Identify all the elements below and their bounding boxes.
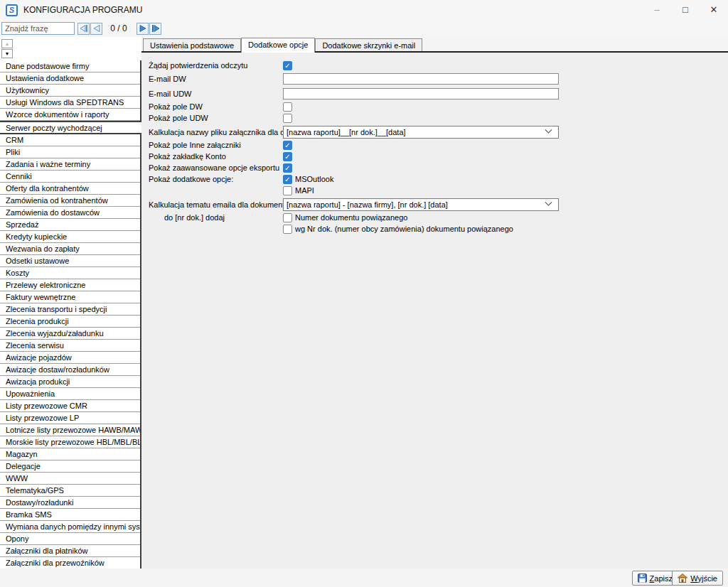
save-button[interactable]: Zapisz (632, 571, 678, 586)
window-controls: – □ ✕ (643, 0, 728, 20)
search-last-button[interactable] (149, 23, 161, 35)
sidebar-item-wzorce-dokumentów-i-raporty[interactable]: Wzorce dokumentów i raporty (0, 109, 140, 121)
checkbox-msoutlook[interactable]: ✓ (283, 175, 292, 184)
tab-dodatkowe-skrzynki-e-mail[interactable]: Dodatkowe skrzynki e-mail (315, 38, 422, 53)
sidebar-item-użytkownicy[interactable]: Użytkownicy (0, 85, 140, 97)
sidebar-item-dane-podstawowe-firmy[interactable]: Dane podstawowe firmy (0, 60, 140, 72)
sidebar-item-awizacje-pojazdów[interactable]: Awizacje pojazdów (0, 352, 140, 364)
close-button[interactable]: ✕ (700, 0, 728, 20)
checkbox-pokaz-zaawansowane-opcje-eksportu[interactable]: ✓ (283, 163, 292, 173)
search-input[interactable] (1, 22, 75, 35)
kalkulacja-tematu-emaila-selected-value: [nazwa raportu] - [nazwa firmy], [nr dok… (284, 200, 546, 209)
sidebar-item-upoważnienia[interactable]: Upoważnienia (0, 388, 140, 400)
tab-dodatkowe-opcje[interactable]: Dodatkowe opcje (241, 38, 315, 53)
sidebar-item-koszty[interactable]: Koszty (0, 267, 140, 279)
home-icon (678, 573, 687, 583)
sidebar-item-awizacja-produkcji[interactable]: Awizacja produkcji (0, 376, 140, 388)
main-panel: Ustawienia podstawoweDodatkowe opcjeDoda… (141, 37, 728, 569)
checkbox-numer-dokumentu-powiazanego[interactable] (283, 213, 292, 222)
sidebar-item-serwer-poczty-wychodzącej[interactable]: Serwer poczty wychodzącej (0, 121, 141, 134)
field-label-numer-dokumentu-powiazanego: do [nr dok.] dodaj (149, 213, 283, 222)
sidebar-item-telematyka-gps[interactable]: Telematyka/GPS (0, 485, 140, 497)
form-row-email-udw: E-mail UDW (149, 86, 728, 101)
field-label-email-udw: E-mail UDW (149, 90, 283, 98)
checkbox-pokaz-pole-inne-zalaczniki[interactable]: ✓ (283, 141, 292, 150)
exit-label: W (690, 574, 697, 583)
sidebar-item-usługi-windows-dla-spedtrans[interactable]: Usługi Windows dla SPEDTRANS (0, 97, 140, 109)
next-arrow-icon (139, 25, 146, 32)
sidebar-item-www[interactable]: WWW (0, 473, 140, 485)
field-label-pokaz-pole-udw: Pokaż pole UDW (149, 114, 283, 122)
sidebar-item-ustawienia-dodatkowe[interactable]: Ustawienia dodatkowe (0, 72, 140, 85)
sidebar-item-kredyty-kupieckie[interactable]: Kredyty kupieckie (0, 231, 140, 243)
sidebar-item-bramka-sms[interactable]: Bramka SMS (0, 509, 140, 521)
sidebar-item-dostawy-rozładunki[interactable]: Dostawy/rozładunki (0, 497, 140, 509)
chevron-down-icon (545, 199, 552, 206)
scroll-down-button[interactable]: ▼ (1, 49, 13, 58)
sidebar-item-cenniki[interactable]: Cenniki (0, 171, 140, 183)
sidebar-item-sprzedaż[interactable]: Sprzedaż (0, 219, 140, 231)
sidebar-item-załączniki-dla-płatników[interactable]: Załączniki dla płatników (0, 545, 140, 557)
config-sections-sidebar: ▲ ▼ Dane podstawowe firmyUstawienia doda… (0, 37, 141, 569)
checkbox-option-label-numer-dokumentu-powiazanego: Numer dokumentu powiązanego (295, 213, 407, 222)
field-label-zadaj-potwierdzenia-odczytu: Żądaj potwierdzenia odczytu (149, 61, 283, 70)
scroll-up-button[interactable]: ▲ (1, 39, 13, 48)
checkbox-pokaz-pole-dw[interactable] (283, 102, 292, 112)
sidebar-item-awizacje-dostaw-rozładunków[interactable]: Awizacje dostaw/rozładunków (0, 364, 140, 376)
field-label-kalkulacja-tematu-emaila: Kalkulacja tematu emaila dla dokumentów (149, 200, 283, 209)
search-toolbar: 0 / 0 (0, 20, 728, 37)
sidebar-item-załączniki-dla-przewoźników[interactable]: Załączniki dla przewoźników (0, 557, 140, 569)
form-row-pokaz-pole-inne-zalaczniki: Pokaż pole Inne załączniki✓ (149, 139, 728, 151)
sidebar-item-pliki[interactable]: Pliki (0, 146, 140, 158)
checkbox-zadaj-potwierdzenia-odczytu[interactable]: ✓ (283, 61, 292, 70)
sidebar-item-lotnicze-listy-przewozowe-hawb-mawb[interactable]: Lotnicze listy przewozowe HAWB/MAWB (0, 424, 140, 436)
sidebar-item-zlecenia-produkcji[interactable]: Zlecenia produkcji (0, 316, 140, 328)
field-label-pokaz-pole-inne-zalaczniki: Pokaż pole Inne załączniki (149, 141, 283, 149)
form-row-mapi: MAPI (149, 185, 728, 196)
sidebar-item-crm[interactable]: CRM (0, 134, 140, 146)
titlebar: S KONFIGURACJA PROGRAMU – □ ✕ (0, 0, 728, 20)
kalkulacja-tematu-emaila-select[interactable]: [nazwa raportu] - [nazwa firmy], [nr dok… (283, 198, 559, 211)
sidebar-item-zamówienia-do-dostawców[interactable]: Zamówienia do dostawców (0, 207, 140, 219)
kalkulacja-nazwy-pliku-zalacznika-select[interactable]: [nazwa raportu]__[nr dok.]__[data] (283, 126, 559, 139)
exit-button[interactable]: Wyjście (672, 571, 723, 586)
sidebar-item-wymiana-danych-pomiędzy-innymi-systemami[interactable]: Wymiana danych pomiędzy innymi systemami (0, 521, 140, 533)
checkbox-option-label-msoutlook: MSOutlook (295, 175, 333, 183)
form-row-zadaj-potwierdzenia-odczytu: Żądaj potwierdzenia odczytu✓ (149, 60, 728, 71)
sidebar-item-odsetki-ustawowe[interactable]: Odsetki ustawowe (0, 255, 140, 267)
minimize-button[interactable]: – (643, 0, 671, 20)
sidebar-item-zlecenia-serwisu[interactable]: Zlecenia serwisu (0, 340, 140, 352)
sidebar-item-oferty-dla-kontrahentów[interactable]: Oferty dla kontrahentów (0, 183, 140, 195)
sidebar-item-zadania-i-ważne-terminy[interactable]: Zadania i ważne terminy (0, 158, 140, 171)
checkbox-pokaz-zakladke-konto[interactable]: ✓ (283, 152, 292, 161)
konfiguracja-programu-window: S KONFIGURACJA PROGRAMU – □ ✕ 0 / 0 (0, 0, 728, 587)
email-udw-input[interactable] (283, 88, 559, 99)
sidebar-item-opony[interactable]: Opony (0, 533, 140, 545)
sidebar-item-listy-przewozowe-lp[interactable]: Listy przewozowe LP (0, 412, 140, 424)
maximize-button[interactable]: □ (671, 0, 700, 20)
sidebar-item-delegacje[interactable]: Delegacje (0, 461, 140, 473)
checkbox-wg-nr-dok-dokumentu-powiazanego[interactable] (283, 225, 292, 234)
search-next-button[interactable] (136, 23, 149, 35)
form-row-kalkulacja-nazwy-pliku-zalacznika: Kalkulacja nazwy pliku załącznika dla do… (149, 125, 728, 139)
sidebar-item-listy-przewozowe-cmr[interactable]: Listy przewozowe CMR (0, 400, 140, 412)
sidebar-item-faktury-wewnętrzne[interactable]: Faktury wewnętrzne (0, 291, 140, 303)
chevron-down-icon (545, 126, 552, 134)
search-first-button[interactable] (77, 23, 90, 35)
sidebar-item-wezwania-do-zapłaty[interactable]: Wezwania do zapłaty (0, 243, 140, 255)
search-match-counter: 0 / 0 (102, 23, 135, 33)
sidebar-item-magazyn[interactable]: Magazyn (0, 448, 140, 461)
tab-ustawienia-podstawowe[interactable]: Ustawienia podstawowe (143, 38, 241, 53)
kalkulacja-nazwy-pliku-zalacznika-selected-value: [nazwa raportu]__[nr dok.]__[data] (284, 128, 546, 136)
checkbox-pokaz-pole-udw[interactable] (283, 114, 292, 123)
email-dw-input[interactable] (283, 73, 559, 85)
field-label-pokaz-pole-dw: Pokaż pole DW (149, 102, 283, 111)
sidebar-item-zlecenia-wyjazdu-załadunku[interactable]: Zlecenia wyjazdu/załadunku (0, 328, 140, 340)
checkbox-mapi[interactable] (283, 186, 292, 195)
form-row-wg-nr-dok-dokumentu-powiazanego: wg Nr dok. (numer obcy zamówienia) dokum… (149, 223, 728, 235)
sidebar-item-morskie-listy-przewozowe-hbl-mbl-bl[interactable]: Morskie listy przewozowe HBL/MBL/BL (0, 436, 140, 448)
sidebar-item-zamówienia-od-kontrahentów[interactable]: Zamówienia od kontrahentów (0, 195, 140, 207)
sidebar-item-przelewy-elektroniczne[interactable]: Przelewy elektroniczne (0, 279, 140, 291)
search-prev-button[interactable] (90, 23, 102, 35)
sidebar-item-zlecenia-transportu-i-spedycji[interactable]: Zlecenia transportu i spedycji (0, 303, 140, 316)
